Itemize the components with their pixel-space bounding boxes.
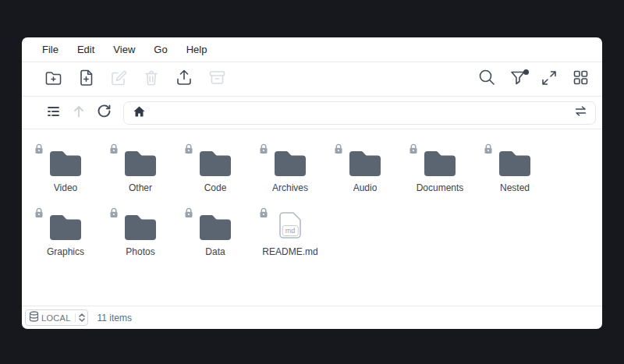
file-item-label: Code	[204, 182, 227, 193]
volume-label: LOCAL	[41, 313, 71, 323]
file-item-documents[interactable]: Documents	[402, 139, 477, 203]
database-icon	[29, 311, 39, 325]
volume-select[interactable]: LOCAL	[25, 309, 88, 326]
lock-icon	[184, 207, 193, 218]
menu-edit[interactable]: Edit	[68, 37, 104, 62]
tree-list-icon	[47, 105, 61, 121]
transfer-arrows-icon[interactable]	[574, 105, 587, 120]
lock-icon	[34, 143, 44, 154]
file-icon: md	[277, 209, 303, 240]
rename-button[interactable]	[109, 70, 128, 89]
tree-toggle-button[interactable]	[45, 104, 62, 122]
file-item-label: Audio	[353, 182, 378, 193]
refresh-icon	[97, 104, 112, 122]
menu-go[interactable]: Go	[144, 37, 176, 62]
file-item-label: Data	[205, 246, 225, 257]
file-item-label: Nested	[500, 182, 530, 193]
expand-arrows-icon	[541, 69, 558, 90]
menu-help[interactable]: Help	[177, 37, 217, 62]
folder-icon	[423, 145, 457, 176]
file-item-video[interactable]: Video	[28, 139, 103, 203]
navigation-bar	[22, 97, 602, 129]
menu-view[interactable]: View	[104, 37, 144, 62]
lock-icon	[259, 207, 268, 218]
file-plus-icon	[79, 69, 94, 90]
file-item-other[interactable]: Other	[103, 139, 178, 203]
file-item-photos[interactable]: Photos	[103, 203, 178, 267]
folder-plus-icon	[44, 70, 62, 89]
folder-icon	[273, 145, 307, 176]
folder-icon	[123, 145, 158, 176]
items-count: 11 items	[98, 313, 132, 323]
lock-icon	[184, 143, 193, 154]
search-icon	[478, 69, 496, 90]
menu-file[interactable]: File	[42, 37, 68, 62]
file-item-label: Archives	[272, 182, 308, 193]
file-item-label: README.md	[262, 246, 317, 257]
status-bar: LOCAL 11 items	[22, 306, 602, 329]
file-manager-window: File Edit View Go Help	[22, 37, 602, 329]
address-bar[interactable]	[123, 101, 596, 125]
lock-icon	[334, 143, 343, 154]
grid-icon	[573, 69, 589, 89]
folder-icon	[48, 209, 83, 240]
upload-icon	[176, 69, 193, 90]
fullscreen-button[interactable]	[540, 70, 558, 89]
refresh-button[interactable]	[95, 104, 112, 122]
file-item-label: Other	[129, 182, 152, 193]
file-item-nested[interactable]: Nested	[477, 139, 552, 203]
delete-button[interactable]	[142, 70, 161, 89]
toolbar-right-group	[477, 70, 590, 89]
lock-icon	[484, 143, 493, 154]
filter-button[interactable]	[509, 70, 527, 89]
home-icon	[133, 106, 145, 120]
select-stepper-icon	[75, 313, 85, 322]
upload-button[interactable]	[175, 70, 193, 89]
file-item-readme-md[interactable]: md README.md	[253, 203, 328, 267]
trash-icon	[144, 69, 159, 90]
folder-icon	[48, 145, 83, 176]
lock-icon	[34, 207, 44, 218]
file-item-label: Video	[54, 182, 77, 193]
filter-active-badge	[523, 69, 529, 75]
archive-box-icon	[208, 69, 226, 89]
folder-icon	[123, 209, 158, 240]
pencil-square-icon	[110, 69, 127, 90]
file-list-area: Video Other	[22, 129, 602, 306]
toolbar-left-group	[44, 70, 226, 89]
menu-bar: File Edit View Go Help	[22, 37, 602, 62]
go-up-button[interactable]	[70, 104, 87, 122]
file-item-data[interactable]: Data	[178, 203, 253, 267]
file-item-label: Graphics	[47, 246, 84, 257]
new-file-button[interactable]	[76, 70, 95, 89]
path-input[interactable]	[151, 107, 568, 118]
file-item-audio[interactable]: Audio	[328, 139, 402, 203]
file-item-archives[interactable]: Archives	[253, 139, 328, 203]
new-folder-button[interactable]	[44, 70, 62, 89]
folder-icon	[198, 209, 232, 240]
lock-icon	[409, 143, 418, 154]
toolbar	[22, 62, 602, 97]
file-item-code[interactable]: Code	[178, 139, 253, 203]
lock-icon	[109, 143, 119, 154]
lock-icon	[259, 143, 268, 154]
folder-icon	[498, 145, 532, 176]
folder-icon	[198, 145, 232, 176]
arrow-up-icon	[73, 104, 85, 122]
archive-button[interactable]	[207, 70, 226, 89]
folder-icon	[348, 145, 382, 176]
file-item-label: Photos	[126, 246, 154, 257]
search-button[interactable]	[477, 70, 496, 89]
file-type-badge: md	[282, 225, 299, 236]
file-item-label: Documents	[417, 182, 464, 193]
file-item-graphics[interactable]: Graphics	[28, 203, 103, 267]
grid-view-button[interactable]	[571, 70, 590, 89]
file-grid: Video Other	[28, 139, 596, 267]
lock-icon	[109, 207, 119, 218]
